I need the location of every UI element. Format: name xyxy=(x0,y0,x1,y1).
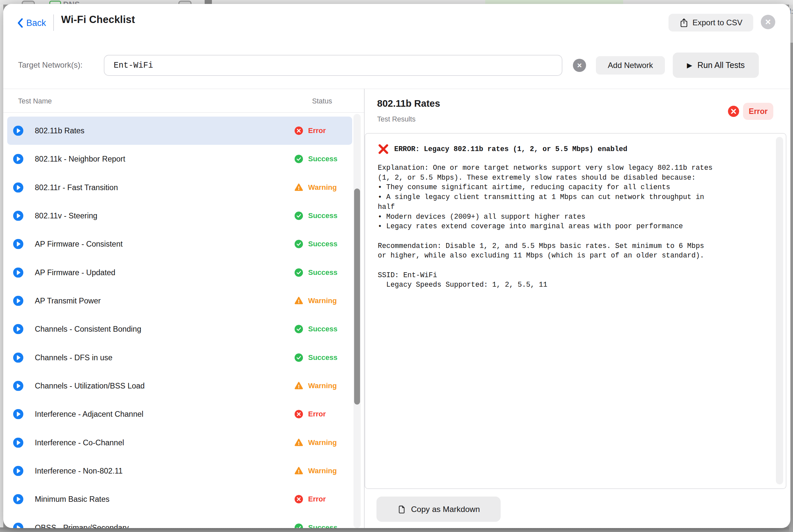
test-row-label: AP Firmware - Updated xyxy=(35,268,115,277)
play-test-icon[interactable] xyxy=(13,437,23,448)
result-error-text: ERROR: Legacy 802.11b rates (1, 2, or 5.… xyxy=(394,145,627,153)
status-label: Success xyxy=(308,325,337,333)
play-icon: ▶ xyxy=(687,61,692,69)
result-scrollbar-track[interactable] xyxy=(776,137,783,484)
status-icon xyxy=(294,297,303,305)
status-icon xyxy=(294,155,303,164)
copy-as-markdown-button[interactable]: Copy as Markdown xyxy=(376,496,501,522)
test-row-label: AP Firmware - Consistent xyxy=(35,240,122,249)
list-header-divider xyxy=(3,112,364,113)
red-x-icon xyxy=(378,144,389,155)
play-test-icon[interactable] xyxy=(13,239,23,249)
header-divider xyxy=(53,15,54,31)
test-row[interactable]: Channels - Consistent Bonding Success xyxy=(7,315,352,343)
clear-network-button[interactable]: ✕ xyxy=(573,59,586,72)
status-icon xyxy=(294,438,303,447)
error-badge: Error xyxy=(743,103,773,120)
wifi-checklist-sheet: Back Wi-Fi Checklist Export to CSV ✕ Tar… xyxy=(3,4,790,528)
back-chevron-icon xyxy=(17,18,23,28)
status-icon xyxy=(294,495,303,504)
play-test-icon[interactable] xyxy=(13,267,23,278)
status-icon xyxy=(294,467,303,476)
test-row[interactable]: Minimum Basic Rates Error xyxy=(7,485,352,513)
status-label: Error xyxy=(308,495,326,504)
add-network-button[interactable]: Add Network xyxy=(596,56,665,75)
run-all-label: Run All Tests xyxy=(697,60,745,70)
status-label: Warning xyxy=(308,183,337,192)
status-label: Success xyxy=(308,240,337,248)
list-scrollbar-thumb[interactable] xyxy=(354,189,360,404)
add-network-label: Add Network xyxy=(608,61,653,70)
play-test-icon[interactable] xyxy=(13,409,23,419)
status-icon xyxy=(294,523,303,528)
test-row-label: 802.11r - Fast Transition xyxy=(35,183,118,192)
test-row-label: Interference - Co-Channel xyxy=(35,438,124,447)
test-row[interactable]: Channels - Utilization/BSS Load Warning xyxy=(7,372,352,400)
status-label: Warning xyxy=(308,467,337,475)
play-test-icon[interactable] xyxy=(13,154,23,164)
test-row-label: OBSS - Primary/Secondary xyxy=(35,523,129,528)
run-all-tests-button[interactable]: ▶ Run All Tests xyxy=(673,53,759,78)
play-test-icon[interactable] xyxy=(13,296,23,306)
export-csv-button[interactable]: Export to CSV xyxy=(668,14,753,32)
back-label: Back xyxy=(26,18,46,28)
detail-subtitle: Test Results xyxy=(377,115,416,124)
back-button[interactable]: Back xyxy=(17,16,46,30)
error-badge-label: Error xyxy=(749,107,767,116)
test-row[interactable]: Interference - Non-802.11 Warning xyxy=(7,457,352,485)
test-row-label: Minimum Basic Rates xyxy=(35,495,109,504)
status-icon xyxy=(294,240,303,249)
status-icon xyxy=(294,183,303,192)
test-list: 802.11b Rates Error 802.11k - Neighbor R… xyxy=(3,117,364,528)
test-row-label: Interference - Non-802.11 xyxy=(35,467,122,476)
test-row[interactable]: Interference - Adjacent Channel Error xyxy=(7,400,352,428)
play-test-icon[interactable] xyxy=(13,182,23,192)
status-icon xyxy=(294,127,303,135)
close-button[interactable]: ✕ xyxy=(761,15,775,29)
test-row-label: Channels - DFS in use xyxy=(35,353,112,362)
play-test-icon[interactable] xyxy=(13,353,23,363)
test-row[interactable]: 802.11k - Neighbor Report Success xyxy=(7,145,352,173)
test-row[interactable]: AP Firmware - Consistent Success xyxy=(7,230,352,258)
test-row-label: Channels - Utilization/BSS Load xyxy=(35,382,145,391)
play-test-icon[interactable] xyxy=(13,211,23,221)
test-row[interactable]: AP Transmit Power Warning xyxy=(7,287,352,315)
test-row[interactable]: Channels - DFS in use Success xyxy=(7,343,352,372)
column-header-test-name: Test Name xyxy=(18,97,52,106)
test-row[interactable]: AP Firmware - Updated Success xyxy=(7,259,352,287)
test-row[interactable]: 802.11b Rates Error xyxy=(7,117,352,145)
test-results-box: ERROR: Legacy 802.11b rates (1, 2, or 5.… xyxy=(365,133,787,489)
play-test-icon[interactable] xyxy=(13,494,23,505)
page-title: Wi-Fi Checklist xyxy=(61,14,135,25)
test-row[interactable]: 802.11r - Fast Transition Warning xyxy=(7,173,352,202)
copy-as-markdown-label: Copy as Markdown xyxy=(411,505,480,514)
status-icon xyxy=(294,382,303,391)
test-row-label: Interference - Adjacent Channel xyxy=(35,410,144,419)
test-row[interactable]: OBSS - Primary/Secondary Success xyxy=(7,514,352,528)
test-row-label: 802.11b Rates xyxy=(35,127,84,135)
export-csv-label: Export to CSV xyxy=(693,18,742,27)
target-network-input[interactable] xyxy=(104,55,562,76)
test-row[interactable]: Interference - Co-Channel Warning xyxy=(7,429,352,457)
copy-icon xyxy=(397,505,406,514)
play-test-icon[interactable] xyxy=(13,324,23,334)
share-icon xyxy=(679,18,688,27)
test-row-label: 802.11k - Neighbor Report xyxy=(35,155,125,164)
status-label: Error xyxy=(308,127,326,135)
play-test-icon[interactable] xyxy=(13,126,23,136)
error-status-icon xyxy=(728,106,739,117)
clear-icon: ✕ xyxy=(577,62,582,69)
play-test-icon[interactable] xyxy=(13,522,23,528)
status-label: Success xyxy=(308,268,337,277)
play-test-icon[interactable] xyxy=(13,466,23,476)
status-label: Warning xyxy=(308,382,337,390)
test-row[interactable]: 802.11v - Steering Success xyxy=(7,202,352,230)
target-networks-label: Target Network(s): xyxy=(18,60,82,70)
column-header-status: Status xyxy=(312,97,332,106)
status-label: Success xyxy=(308,155,337,163)
test-row-label: Channels - Consistent Bonding xyxy=(35,325,141,334)
play-test-icon[interactable] xyxy=(13,381,23,391)
test-row-label: AP Transmit Power xyxy=(35,297,101,305)
status-label: Success xyxy=(308,353,337,362)
status-icon xyxy=(294,211,303,220)
